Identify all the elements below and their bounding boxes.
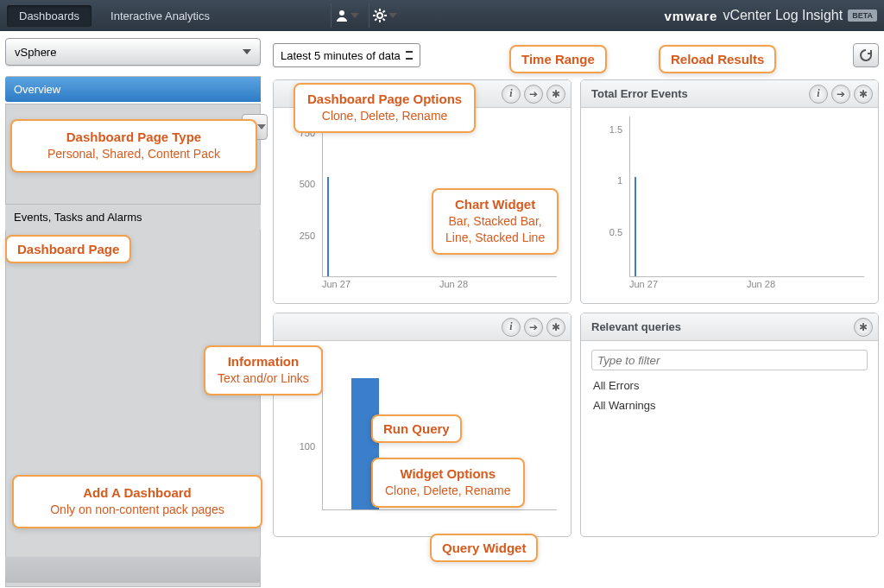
brand-product: vCenter Log Insight bbox=[723, 8, 843, 23]
sidebar-item-label: Events, Tasks and Alarms bbox=[14, 211, 142, 224]
widget-relevant-queries: Relevant queries ✱ All Errors All Warnin… bbox=[580, 313, 879, 537]
widget-options-button[interactable]: ✱ bbox=[854, 318, 873, 337]
query-item[interactable]: All Warnings bbox=[591, 395, 868, 415]
callout-title: Information bbox=[218, 354, 309, 369]
callout-dashboard-page: Dashboard Page bbox=[5, 235, 131, 263]
widget-options-button[interactable]: ✱ bbox=[854, 85, 873, 104]
y-tick: 250 bbox=[300, 231, 315, 241]
caret-down-icon bbox=[350, 13, 359, 18]
callout-chart-widget: Chart Widget Bar, Stacked Bar, Line, Sta… bbox=[432, 188, 559, 255]
data-spike bbox=[635, 177, 636, 276]
query-filter-input[interactable] bbox=[591, 350, 868, 370]
caret-down-icon bbox=[243, 49, 251, 54]
widget-options-button[interactable]: ✱ bbox=[546, 85, 565, 104]
data-spike bbox=[327, 177, 329, 276]
svg-line-8 bbox=[375, 19, 376, 21]
x-tick: Jun 27 bbox=[629, 279, 747, 294]
callout-title: Add A Dashboard bbox=[28, 485, 247, 500]
add-dashboard-button[interactable] bbox=[5, 557, 261, 583]
callout-title: Reload Results bbox=[671, 52, 764, 66]
y-tick: 100 bbox=[300, 441, 315, 452]
query-item[interactable]: All Errors bbox=[591, 376, 868, 395]
svg-line-7 bbox=[382, 19, 384, 21]
callout-dashboard-page-type: Dashboard Page Type Personal, Shared, Co… bbox=[10, 119, 257, 173]
beta-badge: BETA bbox=[848, 9, 877, 22]
tab-dashboards[interactable]: Dashboards bbox=[7, 5, 92, 27]
callout-subtitle: Personal, Shared, Content Pack bbox=[26, 146, 242, 162]
time-range-value: Latest 5 minutes of data bbox=[281, 49, 401, 62]
arrow-right-icon: ➔ bbox=[837, 88, 845, 100]
user-menu[interactable] bbox=[331, 3, 362, 28]
gear-icon: ✱ bbox=[859, 321, 868, 333]
info-icon: i bbox=[509, 87, 512, 100]
callout-title: Dashboard Page Options bbox=[307, 92, 462, 106]
widget-title: Relevant queries bbox=[591, 320, 850, 333]
settings-menu[interactable] bbox=[369, 3, 400, 28]
y-tick: 1 bbox=[617, 175, 622, 186]
y-tick: 0.5 bbox=[609, 227, 622, 237]
sidebar-item-label: Overview bbox=[14, 83, 60, 96]
widget-total-error-events: Total Error Events i ➔ ✱ 1.5 1 0.5 Jun 2… bbox=[580, 79, 879, 304]
time-range-select[interactable]: Latest 5 minutes of data bbox=[273, 43, 420, 67]
svg-line-9 bbox=[382, 10, 384, 12]
widget-run-button[interactable]: ➔ bbox=[831, 85, 850, 104]
x-tick: Jun 28 bbox=[439, 279, 557, 294]
info-icon: i bbox=[817, 87, 819, 100]
info-icon: i bbox=[509, 320, 512, 333]
gear-icon bbox=[373, 9, 387, 22]
callout-subtitle: Clone, Delete, Rename bbox=[385, 483, 511, 499]
tab-interactive-analytics[interactable]: Interactive Analytics bbox=[98, 5, 222, 27]
callout-title: Run Query bbox=[383, 421, 450, 436]
y-tick: 1.5 bbox=[609, 124, 622, 135]
widget-info-button[interactable]: i bbox=[809, 85, 828, 104]
gear-icon: ✱ bbox=[552, 88, 560, 100]
callout-title: Dashboard Page Type bbox=[26, 130, 242, 144]
callout-subtitle: Only on non-content pack pages bbox=[28, 502, 247, 518]
dashboard-type-dropdown[interactable]: vSphere bbox=[5, 38, 261, 66]
callout-query-widget: Query Widget bbox=[430, 534, 538, 562]
x-tick: Jun 27 bbox=[322, 279, 439, 294]
callout-reload: Reload Results bbox=[659, 45, 776, 73]
caret-down-icon bbox=[257, 124, 266, 130]
arrow-right-icon: ➔ bbox=[529, 321, 538, 333]
callout-widget-options: Widget Options Clone, Delete, Rename bbox=[371, 458, 525, 508]
brand: vmware vCenter Log Insight BETA bbox=[665, 8, 877, 23]
widget-info-button[interactable]: i bbox=[502, 85, 521, 104]
callout-subtitle: Clone, Delete, Rename bbox=[307, 108, 462, 124]
callout-dashboard-page-options: Dashboard Page Options Clone, Delete, Re… bbox=[294, 83, 476, 133]
svg-point-0 bbox=[339, 10, 344, 16]
callout-title: Widget Options bbox=[385, 466, 511, 481]
callout-run-query: Run Query bbox=[371, 414, 462, 443]
x-tick: Jun 28 bbox=[747, 279, 864, 294]
caret-down-icon bbox=[388, 13, 397, 18]
svg-line-6 bbox=[375, 10, 376, 12]
gear-icon: ✱ bbox=[859, 88, 868, 100]
widget-run-button[interactable]: ➔ bbox=[524, 85, 543, 104]
callout-title: Chart Widget bbox=[445, 197, 545, 212]
dropdown-value: vSphere bbox=[15, 46, 56, 59]
y-tick: 500 bbox=[300, 179, 315, 189]
user-icon bbox=[335, 9, 349, 22]
chart: 1.5 1 0.5 Jun 27 Jun 28 bbox=[591, 117, 868, 294]
widget-info-button[interactable]: i bbox=[502, 318, 521, 337]
topbar: Dashboards Interactive Analytics vmware … bbox=[0, 0, 884, 31]
callout-title: Dashboard Page bbox=[17, 242, 119, 256]
widget-options-button[interactable]: ✱ bbox=[546, 318, 565, 337]
callout-title: Query Widget bbox=[442, 541, 526, 555]
callout-information: Information Text and/or Links bbox=[204, 345, 323, 395]
sidebar-item-events[interactable]: Events, Tasks and Alarms bbox=[5, 204, 261, 230]
svg-point-1 bbox=[377, 13, 382, 18]
reload-button[interactable] bbox=[853, 43, 879, 67]
callout-subtitle: Bar, Stacked Bar, Line, Stacked Line bbox=[445, 213, 545, 246]
callout-time-range: Time Range bbox=[509, 45, 607, 73]
arrow-right-icon: ➔ bbox=[529, 88, 538, 100]
callout-title: Time Range bbox=[521, 52, 595, 66]
callout-add-dashboard: Add A Dashboard Only on non-content pack… bbox=[12, 475, 262, 528]
widget-run-button[interactable]: ➔ bbox=[524, 318, 543, 337]
widgets-grid: i ➔ ✱ 750 500 250 Jun 27 Jun 28 bbox=[273, 79, 879, 537]
gear-icon: ✱ bbox=[552, 321, 560, 333]
sidebar-item-overview[interactable]: Overview bbox=[5, 76, 261, 102]
widget-title: Total Error Events bbox=[591, 87, 805, 100]
brand-vmware: vmware bbox=[665, 9, 718, 23]
callout-subtitle: Text and/or Links bbox=[218, 370, 309, 387]
